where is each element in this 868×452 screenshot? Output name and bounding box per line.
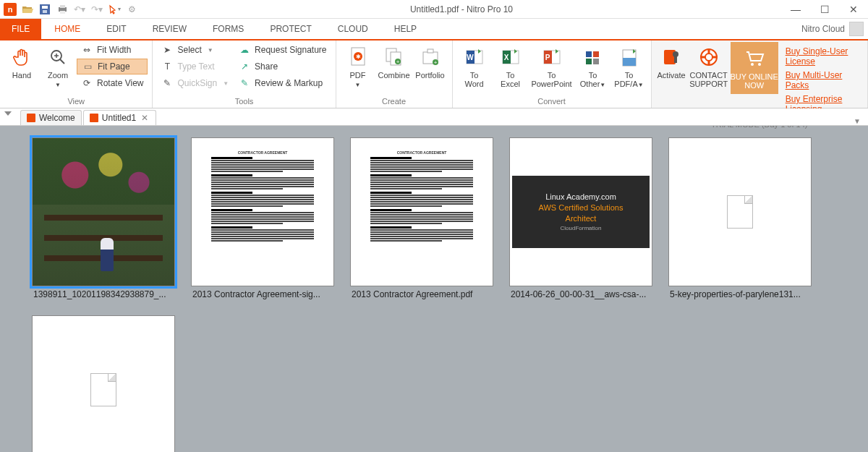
tab-review[interactable]: REVIEW [140,19,200,39]
svg-rect-1 [42,6,48,9]
app-icon[interactable]: n [3,2,17,17]
ribbon: Hand Zoom▼ ⇔Fit Width ▭Fit Page ⟳Rotate … [0,40,868,108]
review-markup-button[interactable]: ✎Review & Markup [234,75,331,91]
thumbnail-label: 2013 Contractor Agreement-sig... [191,286,334,299]
to-ppt-label: To PowerPoint [531,71,571,88]
svg-rect-2 [43,10,47,13]
to-pdfa-button[interactable]: To PDF/A▼ [612,42,647,92]
svg-rect-30 [586,51,592,57]
thumbnail[interactable]: Linux Academy.comAWS Certified Solutions… [509,137,652,299]
minimize-button[interactable]: — [781,0,810,19]
pdfa-icon [620,45,639,69]
thumbnail[interactable]: CONTRACTOR AGREEMENT2013 Contractor Agre… [191,137,334,299]
tab-forms[interactable]: FORMS [200,19,257,39]
svg-text:+: + [396,59,399,65]
hand-icon [12,45,32,69]
doc-tab-current[interactable]: Untitled1✕ [83,110,156,125]
pdf-button[interactable]: ✱ PDF▼ [341,42,375,92]
svg-point-42 [758,63,761,66]
thumbnail[interactable] [32,315,175,452]
thumbnail[interactable]: CONTRACTOR AGREEMENT2013 Contractor Agre… [350,137,493,299]
buy-multi-link[interactable]: Buy Multi-User Packs [786,69,857,92]
maximize-button[interactable]: ☐ [810,0,839,19]
tabs-menu-icon[interactable]: ▼ [854,117,861,125]
close-button[interactable]: ✕ [839,0,868,19]
activate-label: Activate [658,71,686,80]
tab-close-icon[interactable]: ✕ [140,113,150,123]
tabs-expand-icon[interactable] [4,111,12,116]
thumbnail-image: CONTRACTOR AGREEMENT [191,137,334,286]
type-text-button[interactable]: TType Text [157,59,233,74]
group-view: Hand Zoom▼ ⇔Fit Width ▭Fit Page ⟳Rotate … [0,40,153,108]
support-label: CONTACT SUPPORT [689,71,728,88]
tab-help[interactable]: HELP [381,19,430,39]
to-excel-button[interactable]: XTo Excel [493,42,528,91]
to-word-label: To Word [464,71,483,88]
buy-online-button[interactable]: BUY ONLINE NOW [731,42,778,94]
hand-button[interactable]: Hand [4,42,39,82]
combine-button[interactable]: + Combine [377,42,412,82]
quick-access-toolbar: n ↶▾ ↷▾ ▾ ⚙ [0,2,142,17]
tab-protect[interactable]: PROTECT [257,19,324,39]
rotate-view-button[interactable]: ⟳Rotate View [77,75,148,91]
quicksign-button[interactable]: ✎QuickSign▼ [157,75,233,91]
tab-file[interactable]: FILE [0,19,41,39]
undo-icon[interactable]: ↶▾ [72,2,87,17]
to-powerpoint-button[interactable]: PTo PowerPoint [529,42,574,91]
content-area[interactable]: 1398911_10201198342938879_...CONTRACTOR … [0,126,868,452]
tab-home[interactable]: HOME [41,19,93,39]
thumbnail-image: Linux Academy.comAWS Certified Solutions… [509,137,652,286]
cursor-icon[interactable]: ▾ [107,2,122,17]
fit-width-button[interactable]: ⇔Fit Width [77,42,148,58]
to-word-button[interactable]: WTo Word [457,42,492,91]
ribbon-tabs: FILE HOME EDIT REVIEW FORMS PROTECT CLOU… [0,19,868,39]
svg-line-7 [60,59,64,64]
tab-cloud[interactable]: CLOUD [325,19,381,39]
activate-button[interactable]: Activate [656,42,687,82]
thumbnail[interactable]: 1398911_10201198342938879_... [32,137,175,299]
thumbnail-label: 1398911_10201198342938879_... [32,286,175,299]
portfolio-label: Portfolio [415,71,444,80]
thumbnail-label: 5-key-properties-of-parylene131... [668,286,812,299]
share-icon: ↗ [239,61,250,72]
thumbnail[interactable]: 5-key-properties-of-parylene131... [668,137,812,299]
window-title: Untitled1.pdf - Nitro Pro 10 [142,4,781,14]
svg-text:P: P [545,54,550,61]
portfolio-button[interactable]: + Portfolio [413,42,448,82]
group-tools: ➤Select▼ TType Text ✎QuickSign▼ ☁Request… [153,40,336,108]
zoom-button[interactable]: Zoom▼ [41,42,75,92]
request-signature-button[interactable]: ☁Request Signature [234,42,331,58]
doc-tab-welcome[interactable]: Welcome [20,110,82,125]
to-other-button[interactable]: To Other▼ [576,42,610,92]
customize-qat-icon[interactable]: ⚙ [124,2,139,17]
user-avatar[interactable] [849,22,864,36]
zoom-icon [48,45,67,69]
window-controls: — ☐ ✕ [781,0,868,19]
combine-icon: + [384,45,404,69]
markup-icon: ✎ [239,78,250,88]
redo-icon[interactable]: ↷▾ [90,2,104,17]
cursor-icon: ➤ [161,45,173,55]
share-button[interactable]: ↗Share [234,59,331,74]
to-excel-label: To Excel [501,71,520,88]
svg-rect-4 [60,5,65,8]
buy-label: BUY ONLINE NOW [730,72,778,90]
svg-rect-33 [593,59,599,64]
select-button[interactable]: ➤Select▼ [157,42,233,58]
doc-icon [90,114,98,122]
nitro-cloud-link[interactable]: Nitro Cloud [801,24,845,34]
buy-single-link[interactable]: Buy Single-User License [786,45,857,68]
group-convert-label: Convert [457,95,647,108]
print-icon[interactable] [55,2,69,17]
to-pdfa-label: To PDF/A▼ [614,71,643,89]
contact-support-button[interactable]: CONTACT SUPPORT [689,42,729,91]
svg-rect-31 [593,51,599,57]
save-icon[interactable] [38,2,52,17]
fit-page-button[interactable]: ▭Fit Page [77,59,148,74]
quicksign-icon: ✎ [161,78,173,88]
tab-edit[interactable]: EDIT [93,19,139,39]
open-icon[interactable] [20,2,35,17]
document-tabs: Welcome Untitled1✕ ▼ [0,108,868,126]
svg-point-41 [751,63,754,66]
svg-text:✱: ✱ [355,54,360,60]
